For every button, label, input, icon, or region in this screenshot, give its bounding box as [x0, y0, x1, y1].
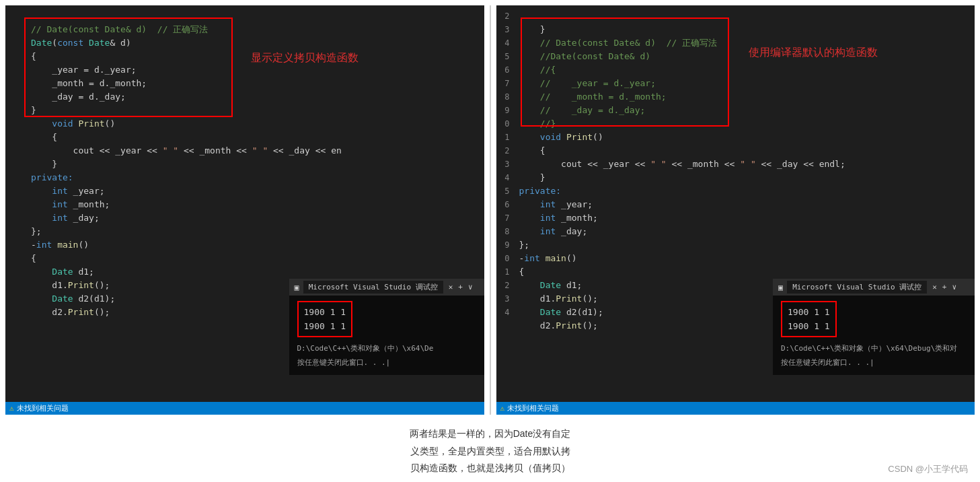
right-terminal-close[interactable]: ✕: [932, 283, 937, 291]
left-line-numbers: [5, 5, 24, 402]
left-code-editor: // Date(const Date& d) // 正确写法 Date(cons…: [5, 5, 484, 402]
right-terminal-add[interactable]: +: [942, 283, 947, 291]
right-terminal-chevron[interactable]: ∨: [952, 283, 956, 291]
left-terminal-title[interactable]: Microsoft Visual Studio 调试控: [303, 281, 443, 294]
right-terminal-hint: 按任意键关闭此窗口. . .|: [781, 355, 967, 370]
terminal-icon: ▣: [295, 283, 299, 292]
left-terminal-path: D:\Code\C++\类和对象（中）\x64\De: [297, 341, 476, 355]
bottom-text-content: 两者结果是一样的，因为Date没有自定义类型，全是内置类型，适合用默认拷贝构造函…: [410, 428, 571, 473]
right-terminal-title[interactable]: Microsoft Visual Studio 调试控: [787, 281, 927, 294]
right-terminal-path: D:\Code\C++\类和对象（中）\x64\Debug\类和对: [781, 341, 967, 355]
right-terminal-body: 1900 1 1 1900 1 1 D:\Code\C++\类和对象（中）\x6…: [773, 296, 975, 375]
bottom-explanation: 两者结果是一样的，因为Date没有自定义类型，全是内置类型，适合用默认拷贝构造函…: [0, 415, 980, 482]
right-terminal-titlebar: ▣ Microsoft Visual Studio 调试控 ✕ + ∨: [773, 279, 975, 296]
left-terminal-output1: 1900 1 1 1900 1 1: [297, 301, 353, 337]
left-terminal-add[interactable]: +: [458, 283, 463, 291]
right-terminal: ▣ Microsoft Visual Studio 调试控 ✕ + ∨ 1900…: [773, 279, 975, 375]
right-line-numbers: 2 3 4 5 6 7 8 9 0 1 2 3 4 5 6 7 8 9 0 1 …: [496, 5, 513, 402]
right-code-editor: 2 3 4 5 6 7 8 9 0 1 2 3 4 5 6 7 8 9 0 1 …: [496, 5, 975, 402]
right-status-text: 未找到相关问题: [507, 403, 559, 413]
right-status-bar: ⚠ 未找到相关问题: [496, 402, 975, 415]
csdn-credit: CSDN @小王学代码: [888, 463, 968, 475]
left-terminal: ▣ Microsoft Visual Studio 调试控 ✕ + ∨ 1900…: [289, 279, 484, 375]
left-terminal-hint: 按任意键关闭此窗口. . .|: [297, 355, 476, 370]
left-status-text: 未找到相关问题: [17, 403, 69, 413]
right-status-warning-icon: ⚠: [500, 404, 505, 413]
left-annotation: 显示定义拷贝构造函数: [251, 51, 359, 65]
right-annotation: 使用编译器默认的构造函数: [749, 46, 878, 60]
left-status-warning-icon: ⚠: [9, 404, 14, 413]
left-panel: // Date(const Date& d) // 正确写法 Date(cons…: [5, 5, 484, 415]
left-status-bar: ⚠ 未找到相关问题: [5, 402, 484, 415]
left-terminal-titlebar: ▣ Microsoft Visual Studio 调试控 ✕ + ∨: [289, 279, 484, 296]
left-terminal-close[interactable]: ✕: [449, 283, 453, 291]
right-panel: 2 3 4 5 6 7 8 9 0 1 2 3 4 5 6 7 8 9 0 1 …: [496, 5, 975, 415]
panel-divider: [490, 5, 491, 415]
left-terminal-body: 1900 1 1 1900 1 1 D:\Code\C++\类和对象（中）\x6…: [289, 296, 484, 375]
right-terminal-output1: 1900 1 1 1900 1 1: [781, 301, 837, 337]
right-terminal-icon: ▣: [778, 283, 783, 292]
left-terminal-chevron[interactable]: ∨: [468, 283, 473, 291]
